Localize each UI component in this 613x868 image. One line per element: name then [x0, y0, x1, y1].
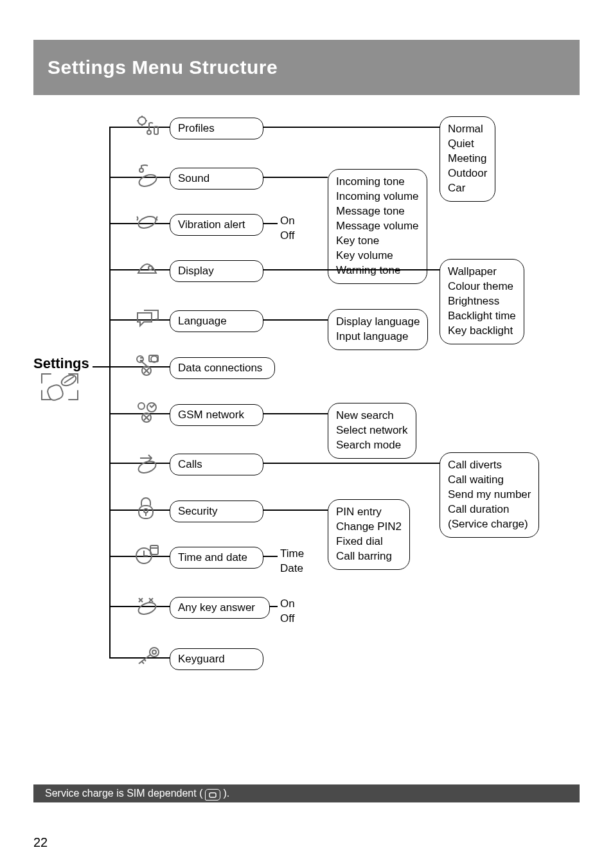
- svg-point-16: [137, 459, 157, 474]
- svg-point-13: [138, 403, 145, 409]
- svg-point-8: [148, 266, 152, 270]
- menu-display: Display: [170, 260, 263, 282]
- menu-vibration: Vibration alert: [170, 214, 263, 236]
- language-icon: [135, 308, 159, 331]
- svg-point-2: [138, 117, 146, 125]
- svg-point-21: [137, 601, 157, 616]
- svg-rect-4: [154, 127, 158, 134]
- vibration-icon: [135, 213, 159, 235]
- calls-icon: [135, 450, 159, 476]
- footnote-bar: Service charge is SIM dependent ( ).: [33, 784, 580, 802]
- opts-profiles: Normal Quiet Meeting Outdoor Car: [440, 116, 495, 202]
- opts-calls: Call diverts Call waiting Send my number…: [440, 452, 539, 538]
- menu-calls: Calls: [170, 454, 263, 475]
- keyguard-icon: [135, 646, 161, 670]
- sim-icon: [205, 789, 220, 801]
- svg-point-3: [147, 130, 151, 134]
- settings-root-label: Settings: [33, 355, 89, 372]
- page-title: Settings Menu Structure: [33, 57, 278, 78]
- svg-point-5: [139, 168, 143, 172]
- settings-icon: [37, 371, 83, 406]
- svg-rect-1: [46, 384, 64, 402]
- footnote-after: ).: [223, 788, 229, 799]
- opts-gsm: New search Select network Search mode: [328, 403, 416, 459]
- footnote-before: Service charge is SIM dependent (: [45, 788, 202, 799]
- gsm-network-icon: [135, 401, 159, 427]
- opts-display: Wallpaper Colour theme Brightness Backli…: [440, 259, 524, 344]
- svg-rect-24: [209, 793, 216, 797]
- opts-security: PIN entry Change PIN2 Fixed dial Call ba…: [328, 499, 410, 570]
- opts-vibration: On Off: [280, 214, 295, 244]
- svg-point-6: [138, 173, 158, 188]
- svg-point-9: [137, 356, 143, 362]
- menu-sound: Sound: [170, 168, 263, 190]
- menu-language: Language: [170, 310, 263, 332]
- security-icon: [135, 497, 157, 524]
- svg-point-18: [144, 509, 148, 513]
- menu-security: Security: [170, 500, 263, 522]
- data-connections-icon: [135, 354, 159, 380]
- menu-timedate: Time and date: [170, 547, 263, 569]
- page-header: Settings Menu Structure: [33, 40, 580, 95]
- diagram: Settings: [33, 112, 580, 778]
- page-number: 22: [33, 835, 48, 850]
- menu-dataconn: Data connections: [170, 357, 275, 379]
- display-icon: [135, 259, 159, 281]
- sound-icon: [135, 164, 159, 191]
- opts-timedate: Time Date: [280, 547, 304, 576]
- svg-point-7: [137, 215, 157, 231]
- menu-gsm: GSM network: [170, 404, 263, 426]
- profiles-icon: [135, 115, 159, 139]
- opts-sound: Incoming tone Incoming volume Message to…: [328, 169, 427, 284]
- opts-language: Display language Input language: [328, 309, 428, 350]
- opts-anykey: On Off: [280, 597, 295, 626]
- menu-anykey: Any key answer: [170, 597, 270, 619]
- svg-point-23: [152, 650, 156, 654]
- menu-profiles: Profiles: [170, 118, 263, 139]
- time-date-icon: [135, 543, 159, 569]
- svg-point-22: [150, 648, 159, 657]
- menu-keyguard: Keyguard: [170, 648, 263, 670]
- any-key-answer-icon: [135, 594, 159, 619]
